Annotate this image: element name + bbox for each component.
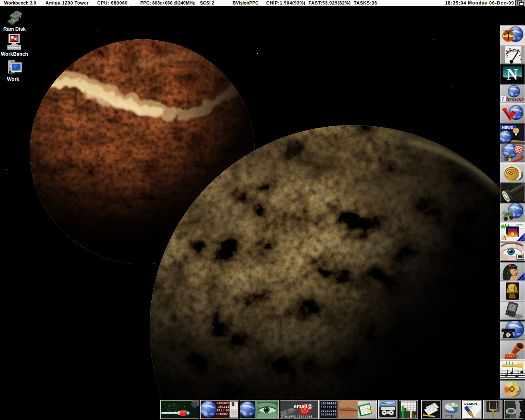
svg-text:email@: email@ [294, 403, 313, 409]
svg-text:2: 2 [506, 54, 508, 58]
svg-text:10100010: 10100010 [321, 402, 337, 405]
svg-text:A: A [502, 235, 507, 241]
svg-text:browse: browse [506, 96, 524, 103]
svg-text:10111101: 10111101 [321, 405, 337, 409]
svg-text:(Y+: (Y+ [445, 414, 450, 418]
svg-text:R: R [451, 416, 453, 418]
svg-text:NEWS: NEWS [502, 126, 513, 130]
svg-text:01000110: 01000110 [321, 413, 337, 416]
svg-text:DESIGN: DESIGN [464, 402, 477, 406]
svg-text:10111001: 10111001 [217, 409, 232, 412]
svg-text:01010001: 01010001 [217, 402, 232, 405]
svg-text:01110011: 01110011 [321, 409, 337, 413]
svg-text:mail: mail [341, 411, 349, 415]
svg-text:): ) [453, 414, 454, 418]
svg-text:00100010: 00100010 [216, 413, 231, 416]
svg-text:N: N [507, 66, 518, 83]
svg-text:1011110: 1011110 [218, 405, 231, 409]
svg-text:0101000111010101: 0101000111010101 [281, 415, 313, 418]
